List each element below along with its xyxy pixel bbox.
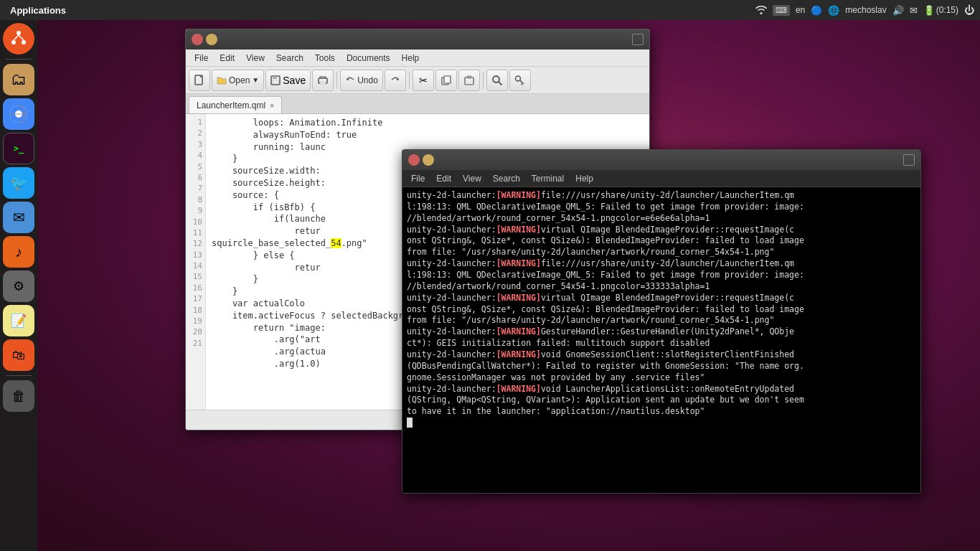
window-controls-left: × − <box>192 34 217 45</box>
terminal-cursor <box>407 418 413 428</box>
terminal-text: GestureHandler::GestureHandler(Unity2dPa… <box>541 326 794 338</box>
copy-button[interactable] <box>435 70 457 91</box>
gedit-tab-close[interactable]: × <box>270 101 274 110</box>
keyboard-icon[interactable]: ⌨ <box>773 5 790 16</box>
network-icon[interactable]: 🌐 <box>828 5 839 16</box>
terminal-menu-help[interactable]: Help <box>570 172 599 185</box>
terminal-text: [WARNING] <box>496 190 541 202</box>
terminal-menu-terminal[interactable]: Terminal <box>526 172 570 185</box>
launcher-icon-gedit[interactable]: 📝 <box>3 305 34 336</box>
terminal-line <box>407 418 916 428</box>
cut-button[interactable]: ✂ <box>413 70 434 91</box>
terminal-titlebar: × − <box>402 150 920 170</box>
terminal-text: gnome.SessionManager was not provided by… <box>407 372 705 384</box>
gedit-menu-documents[interactable]: Documents <box>341 52 396 65</box>
terminal-text: [WARNING] <box>496 349 541 361</box>
svg-rect-8 <box>273 76 277 79</box>
terminal-text: [WARNING] <box>496 384 541 395</box>
battery-indicator: 🔋 (0:15) <box>923 5 958 16</box>
terminal-line: onst QString&, QSize*, const QSize&): Bl… <box>407 235 916 247</box>
svg-point-3 <box>11 40 16 44</box>
line-numbers: 12345 678910 1112131415 1617181920 21 <box>186 114 206 410</box>
gedit-menu-file[interactable]: File <box>189 52 214 65</box>
gedit-menu-help[interactable]: Help <box>396 52 425 65</box>
terminal-text: l:198:13: QML QDeclarativeImage_QML_5: F… <box>407 202 804 213</box>
new-file-button[interactable] <box>189 70 210 91</box>
terminal-close-button[interactable]: × <box>408 154 420 166</box>
bluetooth-icon[interactable]: 🔵 <box>811 5 822 16</box>
window-maximize-button[interactable] <box>632 34 644 45</box>
language-indicator[interactable]: en <box>796 5 805 15</box>
terminal-text: //blended/artwork/round_corner_54x54-1.p… <box>407 213 710 225</box>
launcher-icon-terminal[interactable]: >_ <box>3 133 34 164</box>
search-button[interactable] <box>486 70 508 91</box>
terminal-text: l:198:13: QML QDeclarativeImage_QML_5: F… <box>407 270 804 281</box>
terminal-text: (QString, QMap<QString, QVariant>): Appl… <box>407 395 804 406</box>
window-close-button[interactable]: × <box>192 34 203 45</box>
terminal-window: × − File Edit View Search Terminal Help … <box>402 149 921 494</box>
gedit-menubar: File Edit View Search Tools Documents He… <box>186 50 649 67</box>
terminal-text: unity-2d-launcher: <box>407 349 496 361</box>
launcher-icon-trash[interactable]: 🗑 <box>3 380 34 412</box>
user-menu[interactable]: mechoslav <box>845 5 886 15</box>
power-icon[interactable]: ⏻ <box>964 4 974 16</box>
terminal-line: unity-2d-launcher: [WARNING] file:///usr… <box>407 258 916 270</box>
terminal-text: virtual QImage BlendedImageProvider::req… <box>541 293 794 304</box>
launcher-divider-1 <box>6 59 32 60</box>
toolbar-separator-2 <box>409 72 410 89</box>
launcher-icon-gwibber[interactable]: 🐦 <box>3 167 34 199</box>
applications-menu[interactable]: Applications <box>6 5 70 16</box>
paste-button[interactable] <box>458 70 480 91</box>
terminal-menu-edit[interactable]: Edit <box>430 172 457 185</box>
launcher-icon-ubuntu[interactable] <box>3 23 34 55</box>
svg-rect-14 <box>465 77 473 85</box>
desktop: Applications ⌨ en 🔵 🌐 mechoslav 🔊 ✉ 🔋 (0… <box>0 0 980 551</box>
wifi-icon[interactable] <box>755 4 767 17</box>
terminal-line: onst QString&, QSize*, const QSize&): Bl… <box>407 304 916 316</box>
launcher-icon-settings[interactable]: ⚙ <box>3 270 34 302</box>
undo-button[interactable]: Undo <box>340 70 383 91</box>
terminal-line: unity-2d-launcher: [WARNING] file:///usr… <box>407 190 916 202</box>
launcher-icon-browser[interactable] <box>3 98 34 130</box>
window-minimize-button[interactable]: − <box>206 34 217 45</box>
terminal-menu-search[interactable]: Search <box>487 172 526 185</box>
terminal-text: void LauncherApplicationsList::onRemoteE… <box>541 384 794 395</box>
terminal-text: unity-2d-launcher: <box>407 190 496 202</box>
print-button[interactable] <box>312 70 334 91</box>
save-file-button[interactable]: Save <box>265 70 311 91</box>
terminal-minimize-button[interactable]: − <box>423 154 434 166</box>
search-replace-button[interactable] <box>509 70 531 91</box>
terminal-menu-view[interactable]: View <box>457 172 487 185</box>
terminal-line: //blended/artwork/round_corner_54x54-1.p… <box>407 281 916 293</box>
terminal-text: (QDBusPendingCallWatcher*): Failed to re… <box>407 361 804 372</box>
system-tray: ⌨ en 🔵 🌐 mechoslav 🔊 ✉ 🔋 (0:15) ⏻ <box>755 4 974 17</box>
launcher-icon-software[interactable]: 🛍 <box>3 339 34 371</box>
terminal-text: [WARNING] <box>496 326 541 338</box>
terminal-maximize-button[interactable] <box>903 154 915 166</box>
gedit-menu-tools[interactable]: Tools <box>309 52 341 65</box>
gedit-menu-view[interactable]: View <box>240 52 270 65</box>
terminal-text: [WARNING] <box>496 225 541 236</box>
gedit-tab-launcheritem[interactable]: LauncherItem.qml × <box>189 96 282 113</box>
gedit-menu-search[interactable]: Search <box>270 52 309 65</box>
terminal-text: to have it in the launcher: "application… <box>407 406 705 418</box>
volume-icon[interactable]: 🔊 <box>892 5 904 16</box>
svg-rect-9 <box>273 80 278 84</box>
terminal-menu-file[interactable]: File <box>405 172 430 185</box>
terminal-text: //blended/artwork/round_corner_54x54-1.p… <box>407 281 710 293</box>
unity-launcher: 🗂 >_ 🐦 ✉ ♪ ⚙ 📝 🛍 🗑 <box>0 20 37 551</box>
terminal-text: [WARNING] <box>496 258 541 270</box>
terminal-body[interactable]: unity-2d-launcher: [WARNING] file:///usr… <box>402 187 920 493</box>
open-file-button[interactable]: Open ▼ <box>212 70 264 91</box>
gedit-menu-edit[interactable]: Edit <box>214 52 240 65</box>
launcher-icon-music[interactable]: ♪ <box>3 236 34 268</box>
mail-indicator[interactable]: ✉ <box>910 5 918 16</box>
terminal-text: unity-2d-launcher: <box>407 258 496 270</box>
battery-icon[interactable]: 🔋 <box>923 5 935 16</box>
redo-button[interactable] <box>385 70 406 91</box>
top-panel: Applications ⌨ en 🔵 🌐 mechoslav 🔊 ✉ 🔋 (0… <box>0 0 980 20</box>
terminal-line: //blended/artwork/round_corner_54x54-1.p… <box>407 213 916 225</box>
launcher-icon-files[interactable]: 🗂 <box>3 64 34 95</box>
launcher-icon-thunderbird[interactable]: ✉ <box>3 202 34 233</box>
battery-time: (0:15) <box>936 5 958 15</box>
